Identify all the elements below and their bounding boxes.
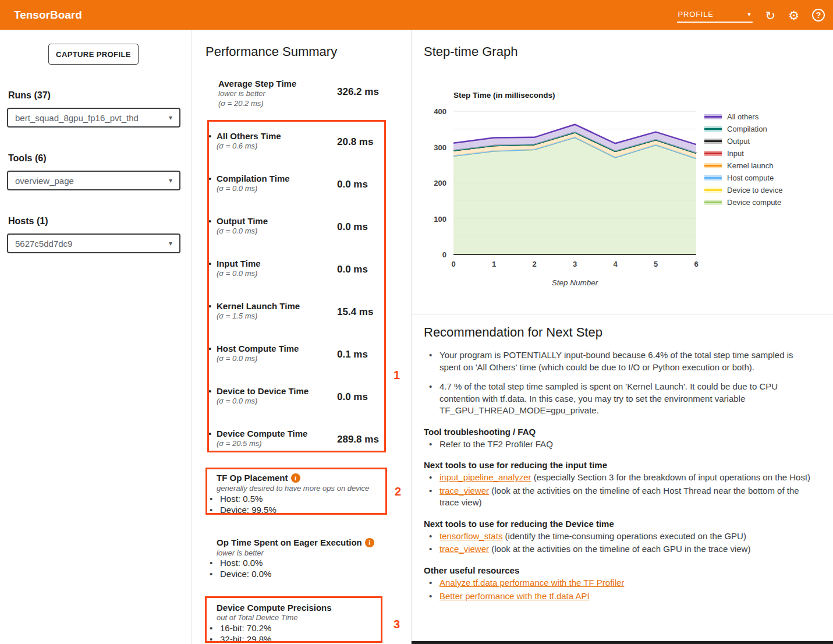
gear-icon[interactable]: ⚙ bbox=[788, 9, 799, 22]
recommendation-section: Recommendation for Next Step Your progra… bbox=[424, 325, 827, 610]
legend-label: Device compute bbox=[727, 198, 781, 207]
chevron-down-icon bbox=[747, 10, 751, 18]
svg-text:5: 5 bbox=[654, 260, 658, 268]
recommendation-title: Recommendation for Next Step bbox=[424, 325, 827, 340]
trace-viewer-link[interactable]: trace_viewer bbox=[439, 544, 489, 554]
metric-value: 20.8 ms bbox=[337, 136, 373, 148]
svg-text:2: 2 bbox=[532, 260, 536, 268]
legend-swatch bbox=[704, 175, 722, 181]
section-heading: Next tools to use for reducing the input… bbox=[424, 460, 827, 470]
legend-item: Output bbox=[704, 135, 782, 147]
list-item: trace_viewer (look at the activities on … bbox=[424, 485, 817, 509]
chart-legend: All othersCompilationOutputInputKernel l… bbox=[704, 111, 782, 208]
list-item: Device: 99.5% bbox=[220, 505, 277, 515]
metric-all-others: All Others Time (σ = 0.6 ms) bbox=[217, 131, 281, 151]
legend-item: All others bbox=[704, 111, 782, 123]
metric-device-compute: Device Compute Time (σ = 20.5 ms) bbox=[217, 429, 307, 448]
legend-label: Kernel launch bbox=[727, 161, 774, 170]
list-item: Host: 0.0% bbox=[220, 558, 263, 568]
metric-value: 15.4 ms bbox=[337, 306, 373, 318]
section-heading: Tool troubleshooting / FAQ bbox=[424, 427, 827, 437]
annotation-number-3: 3 bbox=[394, 618, 400, 631]
chevron-down-icon bbox=[169, 176, 172, 185]
tools-select-value: overview_page bbox=[15, 176, 74, 186]
legend-label: Input bbox=[727, 149, 744, 158]
svg-text:6: 6 bbox=[694, 260, 698, 268]
metric-device-to-device: Device to Device Time (σ = 0.0 ms) bbox=[217, 386, 309, 406]
svg-text:300: 300 bbox=[434, 143, 446, 152]
legend-swatch bbox=[704, 139, 722, 144]
section-heading: Next tools to use for reducing the Devic… bbox=[424, 519, 827, 529]
annotation-number-1: 1 bbox=[394, 369, 400, 382]
average-step-time: Average Step Time lower is better (σ = 2… bbox=[218, 79, 296, 108]
svg-text:Step Number: Step Number bbox=[552, 278, 598, 287]
legend-item: Input bbox=[704, 147, 782, 160]
metric-note: lower is better bbox=[218, 89, 296, 98]
metric-kernel-launch: Kernel Launch Time (σ = 1.5 ms) bbox=[217, 301, 300, 321]
legend-swatch bbox=[704, 200, 722, 205]
legend-item: Device to device bbox=[704, 184, 782, 196]
list-item: Host: 0.5% bbox=[220, 494, 263, 504]
legend-label: Compilation bbox=[727, 125, 767, 133]
tfdata-profiler-link[interactable]: Analyze tf.data performance with the TF … bbox=[439, 578, 624, 588]
capture-profile-button[interactable]: CAPTURE PROFILE bbox=[48, 44, 139, 65]
metric-value: 0.0 ms bbox=[337, 391, 368, 403]
svg-text:200: 200 bbox=[434, 179, 446, 187]
tools-label: Tools (6) bbox=[8, 153, 46, 164]
help-icon[interactable]: ? bbox=[812, 9, 825, 22]
dashboard-select-value: PROFILE bbox=[678, 10, 714, 19]
reload-icon[interactable]: ↻ bbox=[765, 9, 776, 22]
metric-value: 289.8 ms bbox=[337, 434, 379, 445]
hosts-select[interactable]: 5627c5dd7dc9 bbox=[7, 233, 180, 253]
tf-op-placement: TF Op Placementi generally desired to ha… bbox=[217, 473, 369, 493]
svg-text:400: 400 bbox=[434, 107, 446, 116]
list-item: 16-bit: 70.2% bbox=[220, 623, 271, 633]
metric-label: Average Step Time bbox=[218, 79, 296, 89]
metric-sigma: (σ = 20.2 ms) bbox=[218, 98, 296, 108]
hosts-label: Hosts (1) bbox=[8, 216, 48, 227]
metric-value: 0.0 ms bbox=[337, 179, 368, 190]
runs-select[interactable]: bert_squad_8gpu_fp16_pvt_thd bbox=[7, 108, 180, 128]
info-icon[interactable]: i bbox=[365, 538, 374, 547]
svg-text:3: 3 bbox=[573, 260, 577, 268]
hosts-select-value: 5627c5dd7dc9 bbox=[15, 239, 72, 249]
metric-input: Input Time (σ = 0.0 ms) bbox=[217, 259, 261, 278]
list-item: Analyze tf.data performance with the TF … bbox=[424, 577, 817, 589]
list-item: Device: 0.0% bbox=[220, 569, 271, 579]
legend-label: Device to device bbox=[727, 186, 782, 194]
eager-execution: Op Time Spent on Eager Executioni lower … bbox=[217, 537, 374, 558]
tools-select[interactable]: overview_page bbox=[7, 171, 180, 190]
section-heading: Other useful resources bbox=[424, 565, 827, 575]
list-item: input_pipeline_analyzer (especially Sect… bbox=[424, 472, 817, 484]
performance-summary-panel: Performance Summary Average Step Time lo… bbox=[192, 30, 412, 644]
svg-text:4: 4 bbox=[613, 260, 618, 268]
step-time-panel: Step-time Graph Step Time (in millisecon… bbox=[412, 30, 833, 644]
legend-swatch bbox=[704, 187, 722, 193]
trace-viewer-link[interactable]: trace_viewer bbox=[439, 486, 489, 496]
recommendation-bullet: 4.7 % of the total step time sampled is … bbox=[424, 381, 817, 417]
legend-label: All others bbox=[727, 112, 758, 121]
svg-text:0: 0 bbox=[442, 250, 446, 259]
metric-host-compute: Host Compute Time (σ = 0.0 ms) bbox=[217, 344, 299, 363]
tfdata-api-link[interactable]: Better performance with the tf.data API bbox=[439, 591, 590, 601]
metric-value: 326.2 ms bbox=[337, 86, 379, 98]
legend-item: Host compute bbox=[704, 172, 782, 184]
metric-value: 0.1 ms bbox=[337, 349, 368, 360]
input-pipeline-analyzer-link[interactable]: input_pipeline_analyzer bbox=[439, 472, 531, 482]
chevron-down-icon bbox=[169, 239, 172, 247]
svg-text:0: 0 bbox=[451, 260, 455, 268]
app-title: TensorBoard bbox=[14, 9, 82, 22]
sidebar: CAPTURE PROFILE Runs (37) bert_squad_8gp… bbox=[0, 30, 192, 644]
tensorflow-stats-link[interactable]: tensorflow_stats bbox=[439, 531, 502, 541]
svg-text:100: 100 bbox=[434, 215, 446, 224]
chevron-down-icon bbox=[169, 114, 172, 122]
recommendation-bullet: Your program is POTENTIALLY input-bound … bbox=[424, 349, 817, 373]
list-item: 32-bit: 29.8% bbox=[220, 634, 271, 644]
performance-summary-title: Performance Summary bbox=[205, 44, 337, 59]
dashboard-select[interactable]: PROFILE bbox=[677, 8, 753, 23]
runs-select-value: bert_squad_8gpu_fp16_pvt_thd bbox=[15, 113, 139, 123]
metric-output: Output Time (σ = 0.0 ms) bbox=[217, 216, 268, 236]
list-item: trace_viewer (look at the activities on … bbox=[424, 543, 817, 555]
info-icon[interactable]: i bbox=[291, 473, 300, 483]
legend-label: Output bbox=[727, 137, 750, 146]
